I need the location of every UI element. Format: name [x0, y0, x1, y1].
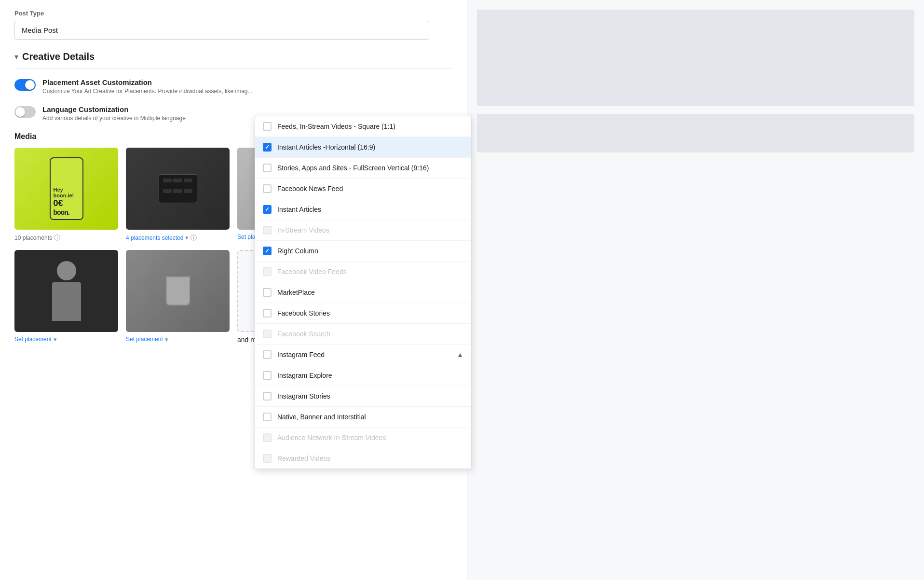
info-icon-2: ⓘ [190, 234, 197, 242]
dropdown-item-facebook-video-feeds: Facebook Video Feeds [255, 262, 471, 282]
cup-shape [166, 276, 190, 305]
creative-details-title: Creative Details [22, 51, 95, 62]
media-thumb-cup[interactable] [126, 250, 230, 332]
item-label-facebook-video-feeds: Facebook Video Feeds [277, 268, 347, 276]
dropdown-item-instant-articles-horizontal[interactable]: Instant Articles -Horizontal (16:9) [255, 137, 471, 158]
item-label-native-banner: Native, Banner and Interstitial [277, 413, 366, 421]
chevron-down-icon[interactable]: ▾ [14, 52, 18, 61]
placement-asset-row: Placement Asset Customization Customize … [14, 78, 452, 96]
media-thumb-person[interactable] [14, 250, 118, 332]
media-item-2: 4 placements selected ▾ ⓘ [126, 148, 230, 242]
item-label-right-column: Right Column [277, 247, 318, 255]
chevron-up-icon[interactable]: ▲ [457, 351, 463, 359]
checkbox-instagram-stories[interactable] [263, 392, 272, 400]
right-panel-preview-bottom [477, 114, 915, 152]
checkbox-right-column[interactable] [263, 247, 272, 255]
dropdown-item-facebook-search: Facebook Search [255, 324, 471, 345]
item-label-facebook-stories: Facebook Stories [277, 309, 330, 317]
checkbox-instagram-feed[interactable] [263, 350, 272, 359]
phone-mockup: Heyboon.ie! 0€ boon. [50, 157, 83, 220]
dropdown-item-stories-fullscreen[interactable]: Stories, Apps and Sites - FullScreen Ver… [255, 158, 471, 179]
checkbox-facebook-video-feeds [263, 267, 272, 276]
checkbox-facebook-news-feed[interactable] [263, 184, 272, 193]
item-label-audience-in-stream: Audience Network In-Stream Videos [277, 434, 386, 442]
media-thumb-phone-green[interactable]: Heyboon.ie! 0€ boon. [14, 148, 118, 230]
item-label-rewarded-videos: Rewarded Videos [277, 455, 330, 462]
item-label-facebook-news-feed: Facebook News Feed [277, 185, 343, 193]
media-item-5: Set placement ▾ [126, 250, 230, 344]
checkbox-instant-articles-horizontal[interactable] [263, 143, 272, 152]
media-label-5: Set placement ▾ [126, 336, 230, 343]
media-thumb-card-reader[interactable] [126, 148, 230, 230]
dropdown-item-facebook-stories[interactable]: Facebook Stories [255, 303, 471, 324]
language-customization-label: Language Customization [42, 105, 452, 113]
media-item-4: Set placement ▾ [14, 250, 118, 344]
right-panel [467, 0, 924, 580]
placement-asset-label: Placement Asset Customization [42, 78, 452, 86]
placement-asset-description: Customize Your Ad Creative for Placement… [42, 87, 452, 96]
dropdown-item-right-column[interactable]: Right Column [255, 241, 471, 262]
chevron-down-icon-5[interactable]: ▾ [165, 336, 168, 343]
item-label-stories-fullscreen: Stories, Apps and Sites - FullScreen Ver… [277, 164, 429, 172]
dropdown-item-instagram-explore[interactable]: Instagram Explore [255, 365, 471, 386]
keypad [159, 174, 197, 203]
media-label-text-5: Set placement [126, 336, 163, 343]
item-label-facebook-search: Facebook Search [277, 330, 330, 338]
post-type-label: Post Type [14, 10, 452, 17]
placement-dropdown: Feeds, In-Stream Videos - Square (1:1) I… [255, 116, 472, 469]
media-label-1: 10 placements ⓘ [14, 234, 118, 242]
post-type-section: Post Type Media Post [14, 10, 452, 40]
checkbox-facebook-stories[interactable] [263, 309, 272, 318]
checkbox-stories-fullscreen[interactable] [263, 164, 272, 172]
dropdown-item-audience-in-stream: Audience Network In-Stream Videos [255, 428, 471, 448]
chevron-down-icon-4[interactable]: ▾ [54, 336, 57, 343]
dropdown-item-in-stream-videos: In-Stream Videos [255, 220, 471, 241]
dropdown-item-instagram-stories[interactable]: Instagram Stories [255, 386, 471, 407]
creative-details-header: ▾ Creative Details [14, 51, 452, 69]
checkbox-instant-articles[interactable] [263, 205, 272, 214]
item-label-in-stream-videos: In-Stream Videos [277, 226, 329, 234]
checkbox-facebook-search [263, 330, 272, 338]
checkbox-rewarded-videos [263, 454, 272, 463]
card-reader-visual [126, 148, 230, 230]
cup-visual [126, 250, 230, 332]
item-label-instagram-stories: Instagram Stories [277, 392, 330, 400]
placement-asset-label-group: Placement Asset Customization Customize … [42, 78, 452, 96]
language-customization-toggle[interactable] [14, 106, 36, 118]
dropdown-item-instagram-feed[interactable]: Instagram Feed ▲ [255, 345, 471, 365]
item-label-instant-articles: Instant Articles [277, 206, 321, 213]
dropdown-item-feeds-square[interactable]: Feeds, In-Stream Videos - Square (1:1) [255, 116, 471, 137]
zero-eur-text: 0€ [54, 198, 63, 208]
media-label-text-1: 10 placements [14, 235, 52, 241]
toggle-slider-off [14, 106, 36, 118]
item-label-instagram-feed: Instagram Feed [277, 351, 325, 359]
checkbox-audience-in-stream [263, 433, 272, 442]
media-label-4: Set placement ▾ [14, 336, 118, 343]
item-label-instagram-explore: Instagram Explore [277, 372, 332, 379]
person-visual [14, 250, 118, 332]
person-silhouette-group [52, 261, 81, 321]
boon-text: boon. [54, 208, 69, 216]
dropdown-item-facebook-news-feed[interactable]: Facebook News Feed [255, 179, 471, 199]
post-type-select[interactable]: Media Post [14, 21, 429, 40]
dropdown-item-instant-articles[interactable]: Instant Articles [255, 199, 471, 220]
checkbox-feeds-square[interactable] [263, 122, 272, 131]
checkbox-marketplace[interactable] [263, 288, 272, 297]
dropdown-item-rewarded-videos: Rewarded Videos [255, 448, 471, 469]
placement-asset-toggle[interactable] [14, 79, 36, 91]
post-type-value: Media Post [22, 26, 58, 34]
dropdown-item-native-banner[interactable]: Native, Banner and Interstitial [255, 407, 471, 428]
media-label-text-2: 4 placements selected [126, 235, 183, 241]
chevron-down-icon-2[interactable]: ▾ [185, 234, 189, 241]
info-icon-1: ⓘ [54, 234, 60, 242]
checkbox-native-banner[interactable] [263, 413, 272, 421]
checkbox-in-stream-videos [263, 226, 272, 235]
person-head [57, 261, 76, 280]
checkbox-instagram-explore[interactable] [263, 371, 272, 380]
item-label-marketplace: MarketPlace [277, 289, 315, 296]
dropdown-item-marketplace[interactable]: MarketPlace [255, 282, 471, 303]
hey-text: Heyboon.ie! [54, 187, 74, 198]
media-item-1: Heyboon.ie! 0€ boon. 10 placements ⓘ [14, 148, 118, 242]
item-label-feeds-square: Feeds, In-Stream Videos - Square (1:1) [277, 123, 395, 130]
media-label-text-4: Set placement [14, 336, 52, 343]
